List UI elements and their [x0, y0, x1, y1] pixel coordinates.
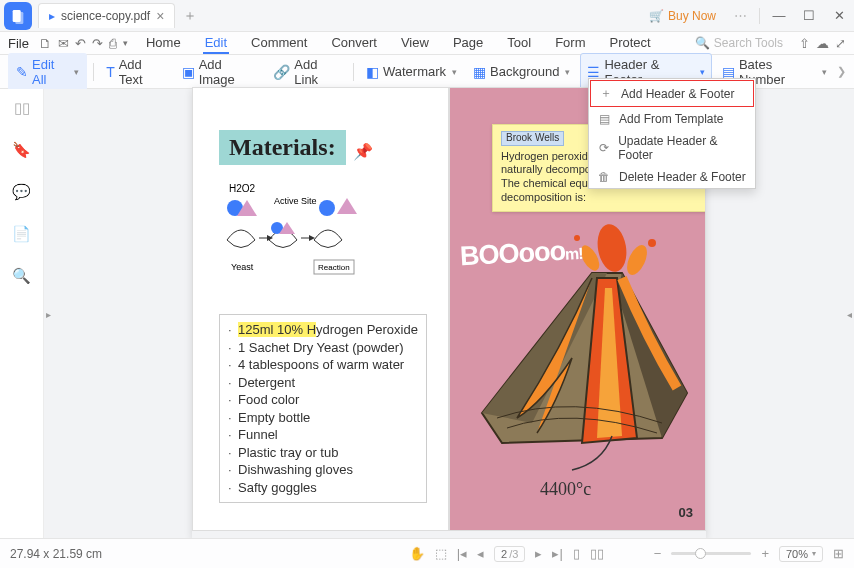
- tab-page[interactable]: Page: [451, 33, 485, 54]
- new-tab-button[interactable]: ＋: [183, 7, 197, 25]
- tab-filename: science-copy.pdf: [61, 9, 150, 23]
- chevron-down-icon: ▾: [74, 67, 79, 77]
- document-tab[interactable]: ▸ science-copy.pdf ×: [38, 3, 175, 28]
- list-item: 4 tablespoons of warm water: [238, 356, 404, 374]
- list-item: Dishwashing gloves: [238, 461, 353, 479]
- link-icon: 🔗: [273, 64, 290, 80]
- select-tool-icon[interactable]: ⬚: [435, 546, 447, 561]
- highlighted-text: 125ml 10% H: [238, 322, 316, 337]
- menu-add-from-template[interactable]: ▤Add From Template: [589, 108, 755, 130]
- list-item-text: ydrogen Peroxide: [316, 322, 418, 337]
- watermark-label: Watermark: [383, 64, 446, 79]
- first-page-icon[interactable]: |◂: [457, 546, 467, 561]
- toolbar-overflow-icon[interactable]: ❯: [837, 65, 846, 78]
- list-item: Plastic tray or tub: [238, 444, 338, 462]
- comments-icon[interactable]: 💬: [12, 183, 31, 201]
- add-text-button[interactable]: TAdd Text: [100, 53, 172, 91]
- edit-all-button[interactable]: ✎ Edit All ▾: [8, 53, 87, 91]
- add-image-button[interactable]: ▣Add Image: [176, 53, 264, 91]
- two-page-icon[interactable]: ▯▯: [590, 546, 604, 561]
- background-button[interactable]: ▦Background▾: [467, 60, 576, 84]
- undo-icon[interactable]: ↶: [75, 36, 86, 51]
- plus-icon: ＋: [599, 85, 613, 102]
- svg-text:Active Site: Active Site: [274, 196, 317, 206]
- next-page-icon[interactable]: ▸: [535, 546, 542, 561]
- tab-view[interactable]: View: [399, 33, 431, 54]
- tab-tool[interactable]: Tool: [505, 33, 533, 54]
- share-icon[interactable]: ⇧: [799, 36, 810, 51]
- menu-delete-header-footer[interactable]: 🗑Delete Header & Footer: [589, 166, 755, 188]
- svg-rect-1: [15, 12, 23, 24]
- mail-icon[interactable]: ✉: [58, 36, 69, 51]
- expand-left-icon[interactable]: ▸: [46, 309, 51, 320]
- close-window-button[interactable]: ✕: [824, 0, 854, 32]
- boom-text: BOOooom!: [459, 235, 583, 272]
- tab-protect[interactable]: Protect: [607, 33, 652, 54]
- user-menu-icon[interactable]: ⋯: [734, 8, 747, 23]
- menu-label: Delete Header & Footer: [619, 170, 746, 184]
- add-image-label: Add Image: [199, 57, 258, 87]
- zoom-in-icon[interactable]: +: [761, 546, 769, 561]
- buy-now-label: Buy Now: [668, 9, 716, 23]
- tab-convert[interactable]: Convert: [329, 33, 379, 54]
- bookmarks-icon[interactable]: 🔖: [12, 141, 31, 159]
- cloud-icon[interactable]: ☁: [816, 36, 829, 51]
- zoom-out-icon[interactable]: −: [654, 546, 662, 561]
- zoom-level[interactable]: 70%▾: [779, 546, 823, 562]
- chevron-down-icon: ▾: [812, 549, 816, 558]
- pin-icon[interactable]: 📌: [353, 142, 373, 161]
- chevron-down-icon: ▾: [565, 67, 570, 77]
- svg-point-16: [623, 242, 651, 278]
- save-icon[interactable]: 🗋: [39, 36, 52, 51]
- svg-text:H2O2: H2O2: [229, 183, 256, 194]
- pdf-icon: ▸: [49, 9, 55, 23]
- list-item: Funnel: [238, 426, 278, 444]
- close-tab-icon[interactable]: ×: [156, 8, 164, 24]
- tab-home[interactable]: Home: [144, 33, 183, 54]
- fit-page-icon[interactable]: ⊞: [833, 546, 844, 561]
- add-link-button[interactable]: 🔗Add Link: [267, 53, 347, 91]
- zoom-slider[interactable]: [671, 552, 751, 555]
- edit-all-icon: ✎: [16, 64, 28, 80]
- redo-icon[interactable]: ↷: [92, 36, 103, 51]
- hand-tool-icon[interactable]: ✋: [409, 546, 425, 561]
- page-dimensions: 27.94 x 21.59 cm: [10, 547, 102, 561]
- last-page-icon[interactable]: ▸|: [552, 546, 562, 561]
- svg-point-18: [648, 239, 656, 247]
- menu-update-header-footer[interactable]: ⟳Upadate Header & Footer: [589, 130, 755, 166]
- tab-form[interactable]: Form: [553, 33, 587, 54]
- edit-all-label: Edit All: [32, 57, 68, 87]
- page-indicator[interactable]: 2/3: [494, 546, 525, 562]
- add-text-label: Add Text: [119, 57, 166, 87]
- more-icon[interactable]: ▾: [123, 38, 128, 48]
- search-icon: 🔍: [695, 36, 710, 50]
- search-tools[interactable]: 🔍 Search Tools: [695, 36, 783, 50]
- background-label: Background: [490, 64, 559, 79]
- total-pages: /3: [509, 548, 518, 560]
- print-icon[interactable]: ⎙: [109, 36, 117, 51]
- page-number: 03: [679, 505, 693, 520]
- file-menu[interactable]: File: [8, 36, 29, 51]
- minimize-button[interactable]: —: [764, 0, 794, 32]
- single-page-icon[interactable]: ▯: [573, 546, 580, 561]
- tab-comment[interactable]: Comment: [249, 33, 309, 54]
- maximize-button[interactable]: ☐: [794, 0, 824, 32]
- watermark-button[interactable]: ◧Watermark▾: [360, 60, 463, 84]
- add-link-label: Add Link: [294, 57, 341, 87]
- list-item: Detergent: [238, 374, 295, 392]
- menu-add-header-footer[interactable]: ＋Add Header & Footer: [590, 80, 754, 107]
- search-panel-icon[interactable]: 🔍: [12, 267, 31, 285]
- sticky-author: Brook Wells: [501, 131, 564, 146]
- tab-edit[interactable]: Edit: [203, 33, 229, 54]
- svg-point-15: [594, 222, 630, 274]
- cart-icon: 🛒: [649, 9, 664, 23]
- expand-right-icon[interactable]: ◂: [847, 309, 852, 320]
- thumbnails-icon[interactable]: ▯▯: [14, 99, 30, 117]
- buy-now-link[interactable]: 🛒 Buy Now: [649, 9, 716, 23]
- fullscreen-icon[interactable]: ⤢: [835, 36, 846, 51]
- zoom-thumb[interactable]: [695, 548, 706, 559]
- svg-point-6: [319, 200, 335, 216]
- attachments-icon[interactable]: 📄: [12, 225, 31, 243]
- list-item: Food color: [238, 391, 299, 409]
- prev-page-icon[interactable]: ◂: [477, 546, 484, 561]
